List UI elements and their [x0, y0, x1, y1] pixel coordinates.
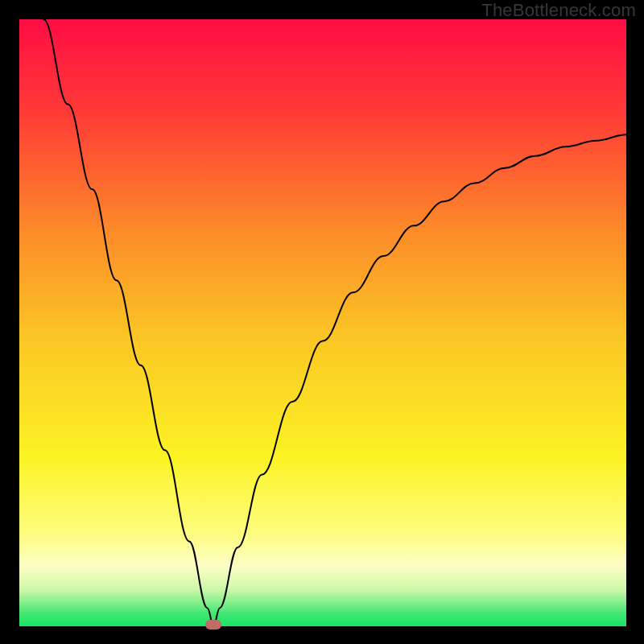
optimal-point-marker [205, 620, 221, 630]
plot-background [19, 19, 626, 626]
watermark-text: TheBottleneck.com [481, 0, 636, 21]
bottleneck-chart [19, 19, 626, 626]
chart-frame: TheBottleneck.com [0, 0, 644, 644]
